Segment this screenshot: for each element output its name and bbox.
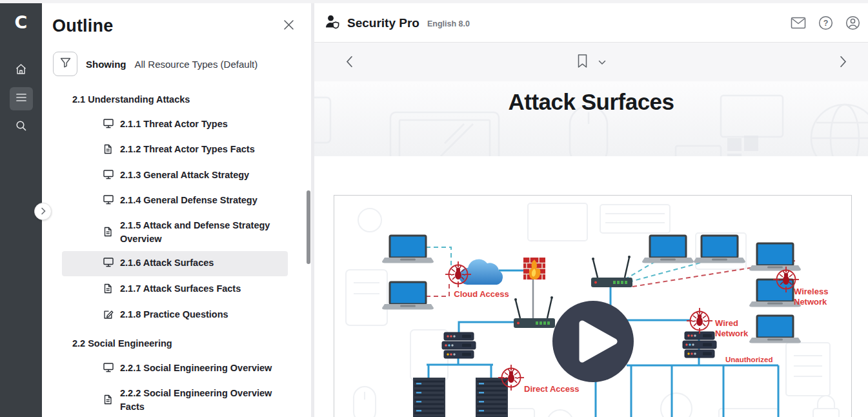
bookmark-button[interactable]	[577, 54, 588, 71]
app-logo[interactable]: C	[0, 3, 42, 41]
app-sidebar-nav	[0, 59, 42, 139]
main-area: Security Pro English 8.0 ?	[314, 3, 868, 417]
outline-item[interactable]: 2.1.7 Attack Surfaces Facts	[103, 282, 288, 298]
close-icon	[283, 21, 294, 32]
outline-section[interactable]: 2.2 Social Engineering	[72, 337, 288, 351]
outline-item-label: 2.2.2 Social Engineering Overview Facts	[120, 387, 288, 414]
chevron-right-icon	[41, 206, 46, 218]
outline-item-label: 2.1.3 General Attack Strategy	[120, 168, 288, 182]
top-strip	[0, 0, 868, 3]
previous-lesson-button[interactable]	[346, 56, 353, 70]
course-shield-user-icon	[325, 14, 341, 32]
outline-item-label: 2.2.1 Social Engineering Overview	[120, 361, 288, 375]
outline-panel: Outline Showing All Resource Types (Defa…	[42, 3, 311, 417]
document-icon	[103, 227, 114, 241]
outline-close-button[interactable]	[281, 17, 297, 36]
account-icon[interactable]	[845, 15, 860, 30]
course-header: Security Pro English 8.0 ?	[314, 3, 868, 43]
mail-icon[interactable]	[791, 17, 806, 29]
filter-row: Showing All Resource Types (Default)	[42, 36, 311, 79]
document-icon	[103, 144, 114, 158]
filter-icon	[60, 57, 71, 70]
document-icon	[103, 394, 114, 409]
bookmark-dropdown-button[interactable]	[598, 56, 606, 68]
label-wired-2: Network	[715, 329, 749, 338]
firewall-icon	[523, 258, 545, 280]
filter-showing-label: Showing	[86, 59, 126, 70]
menu-icon	[15, 93, 27, 105]
outline-item[interactable]: 2.2.1 Social Engineering Overview	[103, 361, 288, 376]
help-icon[interactable]: ?	[818, 15, 833, 30]
video-icon	[103, 195, 114, 208]
help-glyph: ?	[823, 19, 829, 28]
lesson-banner: Attack Surfaces	[314, 81, 868, 156]
practice-icon	[103, 309, 114, 323]
video-player[interactable]: Cloud Access Direct Access Wireless Netw…	[334, 195, 852, 417]
label-cloud-access: Cloud Access	[454, 289, 509, 299]
label-unauthorized: Unauthorized	[725, 356, 772, 363]
label-direct-access: Direct Access	[524, 384, 580, 394]
outline-item[interactable]: 2.1.3 General Attack Strategy	[103, 168, 288, 183]
outline-item-label: 2.1.7 Attack Surfaces Facts	[120, 282, 288, 296]
video-icon	[103, 363, 114, 376]
sidebar-item-home[interactable]	[10, 59, 33, 82]
outline-panel-title: Outline	[52, 16, 113, 36]
outline-item[interactable]: 2.1.1 Threat Actor Types	[103, 117, 288, 132]
video-icon	[103, 170, 114, 183]
outline-item-label: 2.1.1 Threat Actor Types	[120, 117, 288, 131]
outline-item[interactable]: 2.1.5 Attack and Defense Strategy Overvi…	[103, 219, 288, 246]
outline-item-label: 2.1.6 Attack Surfaces	[120, 256, 281, 270]
panel-divider	[311, 3, 314, 417]
filter-value[interactable]: All Resource Types (Default)	[135, 59, 258, 70]
sidebar-item-outline[interactable]	[10, 87, 33, 110]
video-icon	[103, 119, 114, 132]
outline-item-label: 2.1.4 General Defense Strategy	[120, 194, 288, 207]
filter-button[interactable]	[53, 52, 77, 76]
outline-item-label: 2.1.5 Attack and Defense Strategy Overvi…	[120, 219, 288, 246]
next-lesson-button[interactable]	[840, 56, 847, 70]
play-button[interactable]	[552, 301, 634, 382]
network-diagram: Cloud Access Direct Access Wireless Netw…	[334, 196, 851, 417]
bug-icon	[687, 308, 712, 334]
outline-scrollbar-thumb[interactable]	[307, 190, 310, 264]
outline-item[interactable]: 2.1.2 Threat Actor Types Facts	[103, 143, 288, 158]
label-wired-1: Wired	[715, 318, 738, 328]
outline-item-label: 2.1.8 Practice Questions	[120, 308, 288, 321]
page: C Outline	[0, 0, 868, 417]
video-icon	[103, 258, 114, 271]
label-wireless-2: Network	[794, 297, 827, 307]
outline-item-selected[interactable]: 2.1.6 Attack Surfaces	[62, 251, 288, 276]
outline-item-label: 2.1.2 Threat Actor Types Facts	[120, 143, 288, 156]
outline-section[interactable]: 2.1 Understanding Attacks	[72, 93, 288, 107]
search-icon	[15, 120, 27, 134]
lesson-title: Attack Surfaces	[314, 89, 868, 115]
outline-collapse-button[interactable]	[34, 203, 52, 220]
course-edition: English 8.0	[427, 17, 470, 28]
lesson-content: Cloud Access Direct Access Wireless Netw…	[314, 156, 868, 417]
outline-item[interactable]: 2.1.4 General Defense Strategy	[103, 194, 288, 208]
outline-list: 2.1 Understanding Attacks 2.1.1 Threat A…	[42, 79, 311, 417]
home-icon	[15, 63, 27, 77]
outline-item[interactable]: 2.1.8 Practice Questions	[103, 308, 288, 323]
document-icon	[103, 283, 114, 298]
lesson-toolbar	[314, 43, 868, 81]
label-wireless-1: Wireless	[794, 287, 828, 296]
outline-item[interactable]: 2.2.2 Social Engineering Overview Facts	[103, 387, 288, 414]
sidebar-item-search[interactable]	[10, 116, 33, 139]
course-title: Security Pro	[347, 16, 419, 30]
